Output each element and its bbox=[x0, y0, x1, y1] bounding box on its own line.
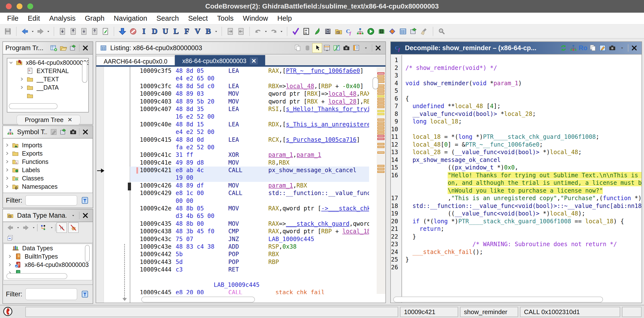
expand-icon[interactable] bbox=[4, 151, 11, 156]
dtm-item-x86-64-cpu0x80000003[interactable]: x86-64-cpu0x80000003 bbox=[4, 261, 92, 269]
expand-icon[interactable] bbox=[6, 254, 14, 259]
orange-marker[interactable] bbox=[377, 122, 384, 124]
listing-sidebar-button[interactable] bbox=[351, 43, 361, 53]
menu-edit[interactable]: Edit bbox=[23, 14, 45, 22]
dropdown-caret-button[interactable] bbox=[264, 26, 268, 37]
toolbar-broom-button[interactable] bbox=[419, 26, 430, 37]
decompile-line[interactable]: 17 ,"This is an unregistered copy","Purc… bbox=[391, 194, 642, 202]
toolbar-redo-button[interactable] bbox=[268, 26, 279, 37]
listing-row[interactable]: 10009c4435dPOPRBP bbox=[130, 258, 369, 266]
listing-row[interactable]: 19 00 bbox=[130, 174, 369, 182]
decompile-line[interactable]: 21 return; bbox=[391, 225, 642, 233]
expand-icon[interactable] bbox=[4, 167, 11, 173]
toolbar-table-button[interactable] bbox=[398, 26, 408, 37]
dtm-horizontal-scrollbar[interactable] bbox=[6, 273, 67, 279]
listing-close-button[interactable] bbox=[373, 43, 383, 53]
decompile-line[interactable]: 2/* show_reminder(void*) */ bbox=[391, 64, 642, 72]
yellow-marker[interactable] bbox=[377, 95, 384, 97]
menu-graph[interactable]: Graph bbox=[80, 14, 109, 22]
toolbar-doc-green-button[interactable] bbox=[100, 26, 111, 37]
expand-icon[interactable] bbox=[4, 175, 11, 181]
listing-paste-button[interactable] bbox=[302, 43, 312, 53]
menu-select[interactable]: Select bbox=[184, 14, 212, 22]
dropdown-caret-button[interactable] bbox=[214, 26, 218, 37]
toolbar-doc-down-button[interactable] bbox=[57, 26, 68, 37]
program-tree-tab[interactable]: Program Tree ✕ bbox=[16, 115, 80, 125]
listing-caret-button[interactable] bbox=[361, 43, 371, 53]
dtm-caret-button[interactable] bbox=[31, 222, 36, 233]
toolbar-letter-D-button[interactable]: D bbox=[149, 26, 160, 37]
decompile-line[interactable]: 5 bbox=[391, 87, 642, 95]
listing-row[interactable]: 10009c40748 8d 35LEARSI,[s_Hello!_Thanks… bbox=[130, 105, 369, 113]
decompile-line[interactable]: on, and although the trial is untimed, a… bbox=[391, 179, 642, 187]
orange-marker[interactable] bbox=[377, 143, 384, 145]
toolbar-back-button[interactable] bbox=[20, 26, 30, 37]
toolbar-doc-down2-button[interactable] bbox=[78, 26, 89, 37]
expand-icon[interactable] bbox=[4, 159, 11, 164]
decompile-line[interactable]: 15 ((px_window_t *)0x0, bbox=[391, 164, 642, 172]
orange-marker[interactable] bbox=[377, 152, 384, 154]
listing-row[interactable]: e4 e2 65 00 bbox=[130, 75, 369, 82]
listing-row[interactable]: 10009c42e48 8b 05MOVRAX,qword ptr [->___… bbox=[130, 205, 369, 212]
toolbar-split-a-button[interactable] bbox=[225, 26, 236, 37]
decompile-line[interactable]: 9 long local_18; bbox=[391, 118, 642, 126]
decompile-line[interactable]: 6{ bbox=[391, 95, 642, 103]
toolbar-no-entry-button[interactable] bbox=[128, 26, 138, 37]
program-tree-close-button[interactable] bbox=[80, 43, 90, 53]
toolbar-big-down-button[interactable] bbox=[117, 26, 128, 37]
menu-window[interactable]: Window bbox=[238, 14, 273, 22]
toolbar-letter-F-button[interactable]: F bbox=[182, 26, 192, 37]
dtm-tree-dots-button[interactable] bbox=[38, 222, 49, 233]
minimize-window-button[interactable] bbox=[16, 3, 22, 9]
orange-marker[interactable] bbox=[377, 84, 384, 87]
decompile-line[interactable]: 7 undefined **local_48 [4]; bbox=[391, 103, 642, 110]
toolbar-save-button[interactable] bbox=[2, 26, 13, 37]
decompile-line[interactable]: 16 "Hello! Thanks for trying out Sublime… bbox=[391, 172, 642, 179]
listing-row[interactable]: 10009c421e8 ab 4cCALLpx_show_message_ok_… bbox=[130, 166, 369, 174]
decompile-camera-button[interactable] bbox=[608, 43, 617, 53]
dtm-tog-slash-hand-button[interactable] bbox=[68, 223, 78, 233]
listing-row[interactable]: 10009c3fc48 8d 5d c0LEARBX=>local_48,[RB… bbox=[130, 83, 369, 90]
listing-row[interactable]: 10009c40048 89 03MOVqword ptr [RBX]=>loc… bbox=[130, 90, 369, 98]
dropdown-caret-button[interactable] bbox=[30, 26, 35, 37]
decompile-line[interactable]: 14 px_show_message_ok_cancel bbox=[391, 156, 642, 164]
program-tree-table-plus-button[interactable] bbox=[49, 43, 58, 53]
symbol-tree-close-button[interactable] bbox=[80, 127, 90, 137]
zoom-window-button[interactable] bbox=[27, 3, 33, 9]
filter-icon[interactable] bbox=[80, 289, 90, 299]
decompile-line[interactable]: 18 std::__function::__value_func<void(bo… bbox=[391, 202, 642, 210]
decompile-line[interactable]: 10 bbox=[391, 126, 642, 134]
listing-copy-button[interactable] bbox=[293, 43, 302, 53]
decompile-copy-button[interactable] bbox=[588, 43, 598, 53]
filter-icon[interactable] bbox=[80, 195, 90, 205]
decompile-refresh-button[interactable] bbox=[558, 43, 568, 53]
listing-row[interactable]: 10009c43548 8b 00MOVRAX=>___stack_chk_gu… bbox=[130, 220, 369, 228]
orange-marker[interactable] bbox=[377, 101, 384, 103]
toolbar-doc-up-button[interactable] bbox=[68, 26, 78, 37]
program-tree-item--data[interactable]: __DATA bbox=[7, 83, 88, 92]
orange-marker[interactable] bbox=[377, 78, 384, 80]
expand-icon[interactable] bbox=[4, 143, 11, 148]
menu-file[interactable]: File bbox=[2, 14, 23, 22]
decompile-horizontal-scrollbar[interactable] bbox=[393, 297, 603, 303]
toolbar-letter-I-button[interactable]: I bbox=[138, 26, 149, 37]
orange-marker[interactable] bbox=[377, 87, 384, 89]
program-tree-item-x86-64-cpu0x80000003[interactable]: x86-64-cpu0x80000003 bbox=[7, 58, 88, 67]
toolbar-org-tree-button[interactable] bbox=[355, 26, 366, 37]
decompile-line[interactable]: 20 if (*(long *)PTR____stack_chk_guard_1… bbox=[391, 218, 642, 225]
expand-icon[interactable] bbox=[4, 184, 11, 189]
program-tree-vertical-scrollbar[interactable] bbox=[82, 61, 87, 83]
orange-marker[interactable] bbox=[377, 98, 384, 100]
dtm-close-button[interactable] bbox=[80, 211, 90, 220]
orange-marker[interactable] bbox=[377, 130, 384, 132]
expand-icon[interactable] bbox=[18, 85, 25, 90]
toolbar-split-b-button[interactable] bbox=[236, 26, 246, 37]
listing-row[interactable]: 10009c41c31 ffXORparam_1,param_1 bbox=[130, 151, 369, 159]
symbol-tree-item-classes[interactable]: CClasses bbox=[4, 174, 92, 182]
orange-marker[interactable] bbox=[377, 75, 384, 77]
decompile-close-button[interactable] bbox=[629, 43, 639, 53]
dtm-caret-button[interactable] bbox=[49, 222, 54, 233]
listing-row[interactable]: fa e2 52 00 bbox=[130, 144, 369, 151]
listing-vertical-scrollbar[interactable] bbox=[372, 77, 378, 89]
decompile-org-tree-button[interactable] bbox=[568, 43, 578, 53]
